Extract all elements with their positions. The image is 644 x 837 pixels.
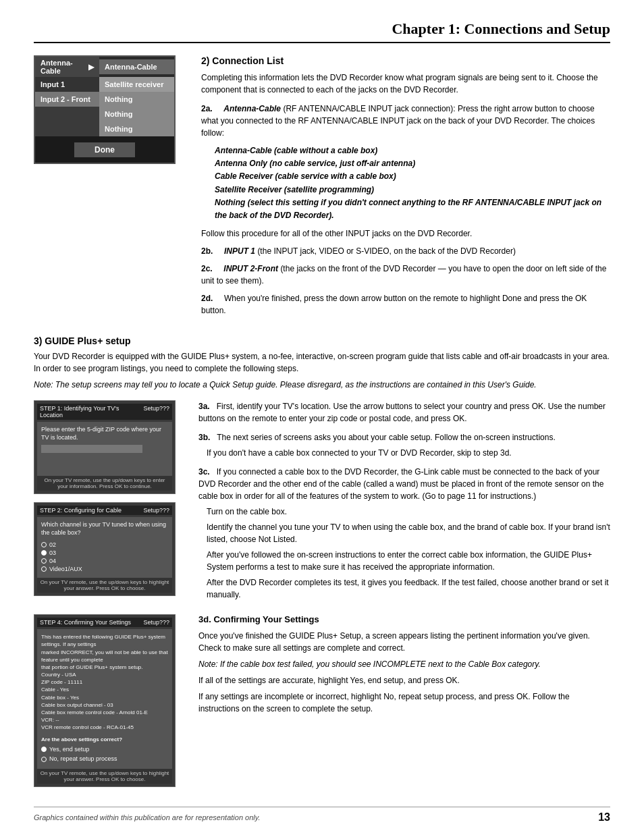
bullet-item-4: Satellite Receiver (satellite programmin…	[215, 184, 610, 196]
step3a-title: 3a.	[198, 402, 210, 411]
tv-menu-header-right: Antenna-Cable	[99, 59, 174, 74]
tv-input3-value: Nothing	[99, 107, 174, 122]
radio-dot-3	[41, 558, 47, 564]
sub2c-label: INPUT 2-Front	[223, 264, 278, 273]
step2-body-title: Which channel is your TV tuned to when u…	[41, 521, 168, 537]
bullet-item-5: Nothing (select this setting if you didn…	[215, 196, 610, 222]
sub2a-body: 2a. Antenna-Cable (RF ANTENNA/CABLE INPU…	[201, 103, 610, 139]
main-content: Antenna-Cable ▶ Antenna-Cable Input 1 Sa…	[34, 55, 610, 322]
step2-header-right: Setup???	[143, 507, 169, 514]
step2-radio-1: 02	[41, 541, 168, 548]
connection-intro: Completing this information lets the DVD…	[201, 72, 610, 96]
sub2d-text: When you're finished, press the down arr…	[201, 294, 587, 315]
step3c-note3: After you've followed the on-screen inst…	[207, 549, 610, 573]
tv-menu-header-row: Antenna-Cable ▶ Antenna-Cable	[35, 57, 174, 77]
tv-screen: Antenna-Cable ▶ Antenna-Cable Input 1 Sa…	[34, 55, 176, 164]
step4-header-right: Setup???	[143, 619, 169, 626]
connection-section-title: 2) Connection List	[201, 55, 610, 66]
page-footer: Graphics contained within this publicati…	[34, 807, 610, 824]
left-panel: Antenna-Cable ▶ Antenna-Cable Input 1 Sa…	[34, 55, 182, 322]
step3c-body: 3c. If you connected a cable box to the …	[198, 466, 610, 502]
step2-image-footer: On your TV remote, use the up/down keys …	[37, 578, 172, 593]
step4-image-footer: On your TV remote, use the up/down keys …	[37, 769, 172, 784]
tv-menu-row-3: Nothing	[35, 107, 174, 122]
sub2b-text: (the INPUT jack, VIDEO or S-VIDEO, on th…	[257, 246, 516, 256]
tv-done-row: Done	[35, 136, 174, 163]
step1-image-body: Please enter the 5-digit ZIP code where …	[37, 422, 172, 476]
step1-image-header: STEP 1: Identifying Your TV's Location S…	[37, 404, 172, 420]
tv-menu-row-4: Nothing	[35, 122, 174, 136]
step4-image-header: STEP 4: Confirming Your Settings Setup??…	[37, 618, 172, 627]
step4-line-2: marked INCORRECT, you will not be able t…	[41, 649, 168, 664]
step4-no-label: No, repeat setup process	[49, 755, 117, 763]
tv-input3-label	[35, 107, 99, 122]
guide-section: 3) GUIDE Plus+ setup Your DVD Recorder i…	[34, 335, 610, 795]
step1-body-text: Please enter the 5-digit ZIP code where …	[41, 426, 168, 441]
radio-label-1: 02	[49, 541, 56, 548]
radio-dot-1	[41, 542, 47, 547]
step1-image: STEP 1: Identifying Your TV's Location S…	[34, 400, 176, 494]
tv-input1-value: Satellite receiver	[99, 77, 174, 92]
guide-note: Note: The setup screens may tell you to …	[34, 379, 610, 391]
guide-body: Your DVD Recorder is equipped with the G…	[34, 350, 610, 375]
radio-label-2: 03	[49, 549, 56, 556]
step4-line-8: Cable box output channel - 03	[41, 701, 168, 709]
step3c-title: 3c.	[198, 467, 210, 477]
step3d-note: Note: If the cable box test failed, you …	[198, 658, 610, 670]
sub2b-title: 2b.	[201, 246, 213, 256]
tv-menu-row-1: Input 1 Satellite receiver	[35, 77, 174, 92]
step3c-note4: After the DVD Recorder completes its tes…	[207, 576, 610, 601]
step1-image-footer: On your TV remote, use the up/down keys …	[37, 476, 172, 491]
step2-image: STEP 2: Configuring for Cable Setup??? W…	[34, 502, 176, 595]
bullet-item-2: Antenna Only (no cable service, just off…	[215, 157, 610, 170]
step4-line-6: Cable - Yes	[41, 686, 168, 693]
step3c: 3c. If you connected a cable box to the …	[198, 466, 610, 601]
tv-input2-value: Nothing	[99, 92, 174, 107]
step2-image-header: STEP 2: Configuring for Cable Setup???	[37, 506, 172, 515]
step2-radio-4: Video1/AUX	[41, 566, 168, 572]
step4-line-5: ZIP code - 11111	[41, 678, 168, 686]
step4-line-7: Cable box - Yes	[41, 694, 168, 701]
sub2d: 2d. When you're finished, press the down…	[201, 292, 610, 317]
tv-menu: Antenna-Cable ▶ Antenna-Cable Input 1 Sa…	[35, 57, 174, 163]
step3b-text: The next series of screens asks you abou…	[217, 433, 556, 442]
bullet-item-1: Antenna-Cable (cable without a cable box…	[215, 144, 610, 157]
step1-header-left: STEP 1: Identifying Your TV's Location	[40, 405, 143, 418]
step3d-body1: Once you've finished the GUIDE Plus+ Set…	[198, 630, 610, 654]
sub2b-body: 2b. INPUT 1 (the INPUT jack, VIDEO or S-…	[201, 245, 610, 257]
tv-input1-label: Input 1	[35, 77, 99, 92]
step3c-text: If you connected a cable box to the DVD …	[198, 467, 603, 501]
step3a: 3a. First, identify your TV's location. …	[198, 400, 610, 425]
step3c-note2: Identify the channel you tune your TV to…	[207, 521, 610, 545]
steps-images: STEP 1: Identifying Your TV's Location S…	[34, 400, 182, 608]
step3c-note1: Turn on the cable box.	[207, 506, 610, 518]
step4-no-option: No, repeat setup process	[41, 755, 168, 763]
footer-text: Graphics contained within this publicati…	[34, 813, 260, 821]
bullet-item-3: Cable Receiver (cable service with a cab…	[215, 170, 610, 183]
confirm-section: STEP 4: Confirming Your Settings Setup??…	[34, 614, 610, 795]
tv-menu-row-2: Input 2 - Front Nothing	[35, 92, 174, 107]
sub2d-body: 2d. When you're finished, press the down…	[201, 292, 610, 317]
confirm-text: 3d. Confirming Your Settings Once you've…	[198, 614, 610, 795]
radio-label-3: 04	[49, 558, 56, 564]
radio-dot-4	[41, 566, 47, 572]
step4-image-body: This has entered the following GUIDE Plu…	[37, 629, 172, 769]
tv-input2-label: Input 2 - Front	[35, 92, 99, 107]
step3a-text: First, identify your TV's location. Use …	[198, 402, 606, 423]
guide-title: 3) GUIDE Plus+ setup	[34, 335, 610, 346]
sub2c: 2c. INPUT 2-Front (the jacks on the fron…	[201, 263, 610, 287]
step4-yes-option: Yes, end setup	[41, 745, 168, 754]
sub2a-label: Antenna-Cable	[223, 104, 281, 113]
step1-header-right: Setup???	[143, 405, 169, 418]
sub2d-title: 2d.	[201, 294, 213, 303]
step4-line-9: Cable box remote control code - Arnold 0…	[41, 709, 168, 716]
step2-radio-2: 03	[41, 549, 168, 556]
sub2b-label: INPUT 1	[224, 246, 255, 256]
step4-line-4: Country - USA	[41, 671, 168, 678]
step2-header-left: STEP 2: Configuring for Cable	[40, 507, 122, 514]
step4-line-11: VCR remote control code - RCA-01-45	[41, 724, 168, 731]
radio-dot-2	[41, 550, 47, 556]
step3d-title: 3d. Confirming Your Settings	[198, 614, 610, 624]
step4-image: STEP 4: Confirming Your Settings Setup??…	[34, 614, 176, 787]
tv-done-button[interactable]: Done	[74, 142, 135, 157]
